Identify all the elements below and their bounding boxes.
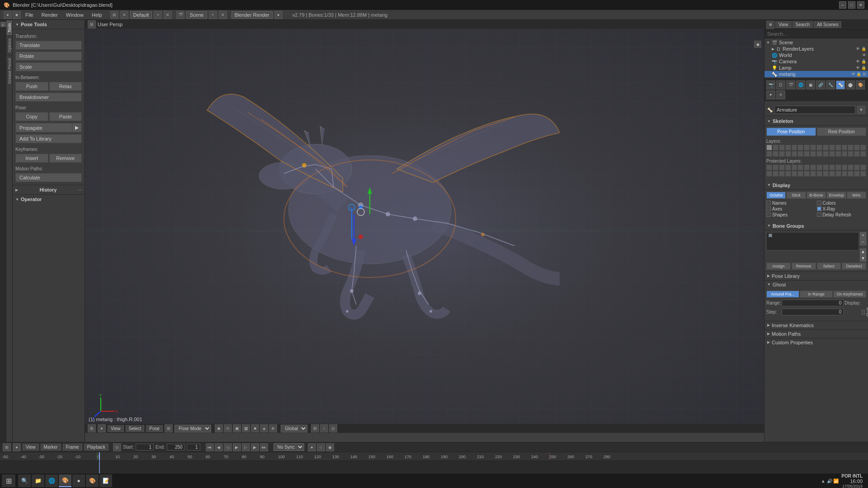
prot-layer-1[interactable] xyxy=(766,164,772,170)
outliner-item-world[interactable]: 🌐 World 👁 xyxy=(764,52,868,58)
layer-32[interactable] xyxy=(860,151,866,157)
stick-button[interactable]: Stick xyxy=(786,192,806,199)
ghost-header[interactable]: ▼ Ghost xyxy=(764,281,868,289)
prop-object-icon[interactable]: ▣ xyxy=(806,80,815,89)
delay-refresh-checkbox[interactable] xyxy=(817,212,821,217)
ghost-on-keyframes-button[interactable]: On Keyframes xyxy=(833,291,866,298)
workspace-dropdown[interactable]: Default xyxy=(130,11,152,19)
renderer-dropdown[interactable]: Blender Render xyxy=(231,11,273,19)
pose-position-button[interactable]: Pose Position xyxy=(766,127,816,136)
bone-groups-section-header[interactable]: ▼ Bone Groups xyxy=(764,222,868,230)
prop-render-icon[interactable]: 📷 xyxy=(766,80,775,89)
rp-search-button[interactable]: Search xyxy=(793,21,813,28)
prot-layer-25[interactable] xyxy=(816,171,822,177)
layer-23[interactable] xyxy=(804,151,810,157)
prop-renderlayers-icon[interactable]: 🗋 xyxy=(776,80,785,89)
rp-icon-1[interactable]: ⊞ xyxy=(766,21,774,29)
play-button[interactable]: ▶ xyxy=(233,443,241,451)
wire-button[interactable]: Wire xyxy=(847,192,866,199)
viewport-icon[interactable]: ⊞ xyxy=(110,11,118,19)
display-section-header[interactable]: ▼ Display xyxy=(764,181,868,190)
workspace-icon[interactable]: ✕ xyxy=(120,11,128,19)
view-nav-icon[interactable]: ◉ xyxy=(754,41,761,48)
propagate-arrow-button[interactable]: ▶ xyxy=(72,123,82,132)
pose-library-header[interactable]: ▶ Pose Library xyxy=(764,272,868,280)
maximize-button[interactable]: □ xyxy=(848,1,855,9)
timeline-view-button[interactable]: View xyxy=(23,444,39,450)
orientation-dropdown[interactable]: Global xyxy=(281,425,307,432)
start-button[interactable]: ⊞ xyxy=(2,474,15,487)
shading-icon-6[interactable]: ▲ xyxy=(260,424,268,432)
prot-layer-12[interactable] xyxy=(835,164,841,170)
range-input[interactable] xyxy=(782,300,844,306)
taskbar-blender-icon[interactable]: 🎨 xyxy=(59,474,71,487)
selected-only-checkbox[interactable] xyxy=(862,310,865,314)
ik-header[interactable]: ▶ Inverse Kinematics xyxy=(764,321,868,329)
layer-26[interactable] xyxy=(823,151,829,157)
prop-world-icon[interactable]: 🌐 xyxy=(796,80,805,89)
breakdowner-button[interactable]: Breakdowner xyxy=(15,93,82,102)
shapes-checkbox[interactable] xyxy=(766,212,771,217)
layer-24[interactable] xyxy=(810,151,816,157)
paste-button[interactable]: Paste xyxy=(49,112,82,121)
viewport[interactable]: ⊞ User Persp xyxy=(85,20,764,442)
layer-27[interactable] xyxy=(829,151,835,157)
translate-button[interactable]: Translate xyxy=(15,41,82,50)
tl-icon-1[interactable]: ● xyxy=(308,443,316,451)
step-input[interactable] xyxy=(782,309,844,315)
prot-layer-17[interactable] xyxy=(766,171,772,177)
propagate-button[interactable]: Propagate xyxy=(15,123,72,132)
viewport-header-icon[interactable]: ⊞ xyxy=(88,20,96,28)
prot-layer-19[interactable] xyxy=(779,171,785,177)
prot-layer-21[interactable] xyxy=(792,171,797,177)
prev-frame-button[interactable]: ◀ xyxy=(215,443,223,451)
layer-3[interactable] xyxy=(779,145,785,150)
taskbar-edge-icon[interactable]: 🌐 xyxy=(45,474,58,487)
prot-layer-4[interactable] xyxy=(785,164,791,170)
add-to-library-button[interactable]: Add To Library xyxy=(15,134,82,143)
menu-window[interactable]: Window xyxy=(62,11,87,19)
prot-layer-22[interactable] xyxy=(797,171,803,177)
timeline-playback-button[interactable]: Playback xyxy=(84,444,109,450)
sync-mode-dropdown[interactable]: No Sync xyxy=(274,443,304,451)
copy-button[interactable]: Copy xyxy=(15,112,48,121)
envelop-button[interactable]: Envelop xyxy=(826,192,846,199)
prop-texture-icon[interactable]: 🎨 xyxy=(856,80,865,89)
shading-icon-1[interactable]: ◉ xyxy=(215,424,223,432)
taskbar-chrome-icon[interactable]: ● xyxy=(72,474,85,487)
xray-checkbox[interactable]: ✓ xyxy=(817,206,821,211)
layer-30[interactable] xyxy=(848,151,854,157)
jump-end-button[interactable]: ⏭ xyxy=(260,443,268,451)
layer-8[interactable] xyxy=(810,145,816,150)
viewport-type-icon[interactable]: ⊞ xyxy=(88,424,96,432)
timeline-marker-button[interactable]: Marker xyxy=(41,444,61,450)
layer-25[interactable] xyxy=(816,151,822,157)
prev-keyframe-button[interactable]: ◁ xyxy=(224,443,232,451)
shading-icon-7[interactable]: ⊕ xyxy=(269,424,277,432)
prot-layer-32[interactable] xyxy=(860,171,866,177)
layer-17[interactable] xyxy=(766,151,772,157)
assign-button[interactable]: Assign xyxy=(766,263,791,270)
prot-layer-14[interactable] xyxy=(848,164,854,170)
timeline-frame-button[interactable]: Frame xyxy=(63,444,82,450)
armature-name-input[interactable] xyxy=(774,106,855,114)
render-icon[interactable]: ■ xyxy=(13,11,21,19)
menu-help[interactable]: Help xyxy=(88,11,106,19)
prot-layer-23[interactable] xyxy=(804,171,810,177)
prot-layer-29[interactable] xyxy=(842,171,848,177)
layer-22[interactable] xyxy=(797,151,803,157)
prot-layer-31[interactable] xyxy=(854,171,860,177)
layer-7[interactable] xyxy=(804,145,810,150)
prop-modifiers-icon[interactable]: 🔧 xyxy=(826,80,835,89)
workspace-x-icon[interactable]: ✕ xyxy=(164,11,172,19)
prot-layer-9[interactable] xyxy=(816,164,822,170)
prot-layer-5[interactable] xyxy=(792,164,797,170)
pose-tools-header[interactable]: ▼ Pose Tools xyxy=(13,20,85,29)
layer-2[interactable] xyxy=(773,145,778,150)
prot-layer-11[interactable] xyxy=(829,164,835,170)
layer-4[interactable] xyxy=(785,145,791,150)
layer-12[interactable] xyxy=(835,145,841,150)
operator-header[interactable]: ▼ Operator xyxy=(15,197,82,202)
side-tab-options[interactable]: Options xyxy=(6,35,12,55)
layer-1[interactable] xyxy=(766,145,772,150)
